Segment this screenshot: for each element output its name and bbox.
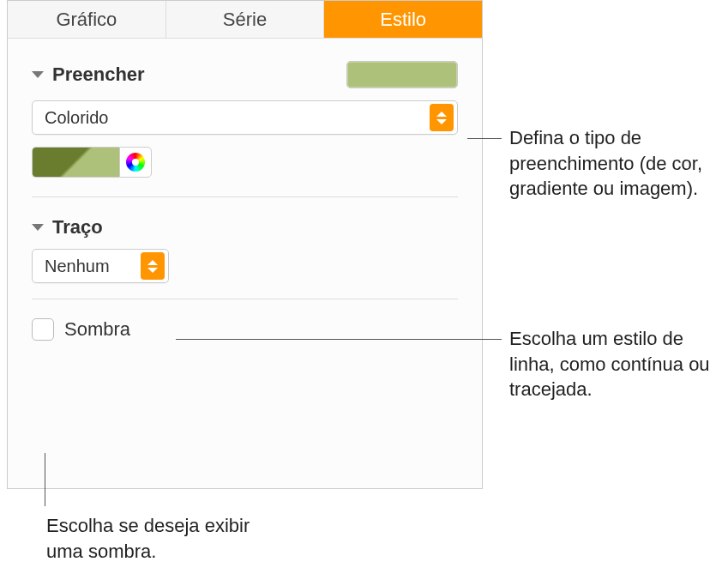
fill-type-label: Colorido [45, 108, 108, 128]
callout-stroke: Escolha um estilo de linha, como contínu… [509, 326, 715, 402]
popup-stepper-icon [141, 252, 165, 280]
fill-color-well[interactable] [346, 61, 458, 88]
color-wheel-icon [126, 153, 145, 172]
callout-shadow: Escolha se deseja exibir uma sombra. [46, 513, 269, 564]
tab-series[interactable]: Série [166, 1, 325, 38]
divider [32, 196, 458, 197]
fill-disclosure[interactable]: Preencher [32, 63, 145, 86]
fill-color-controls [32, 147, 458, 178]
stroke-disclosure[interactable]: Traço [32, 216, 103, 239]
fill-header-row: Preencher [32, 61, 458, 88]
stroke-style-label: Nenhum [45, 257, 110, 276]
fill-type-popup[interactable]: Colorido [32, 100, 458, 135]
style-panel: Gráfico Série Estilo Preencher Colorido [7, 0, 483, 489]
stroke-title: Traço [52, 216, 103, 239]
panel-body: Preencher Colorido Traço N [8, 39, 482, 341]
leader-line [45, 453, 45, 506]
tab-bar: Gráfico Série Estilo [8, 1, 482, 39]
stroke-header-row: Traço [32, 216, 458, 239]
color-picker-button[interactable] [119, 147, 152, 178]
chevron-down-icon [32, 71, 44, 78]
tab-chart[interactable]: Gráfico [8, 1, 166, 38]
chevron-down-icon [32, 224, 44, 231]
popup-stepper-icon [430, 104, 454, 131]
shadow-checkbox[interactable] [32, 318, 54, 341]
leader-line [467, 138, 502, 139]
shadow-row: Sombra [32, 318, 458, 341]
divider [32, 299, 458, 299]
tab-style[interactable]: Estilo [324, 1, 482, 38]
callout-fill: Defina o tipo de preenchimento (de cor, … [509, 125, 715, 202]
leader-line [176, 339, 502, 340]
fill-gradient-swatch[interactable] [32, 147, 119, 178]
shadow-label: Sombra [64, 318, 130, 341]
fill-title: Preencher [52, 63, 145, 86]
stroke-style-popup[interactable]: Nenhum [32, 249, 169, 283]
